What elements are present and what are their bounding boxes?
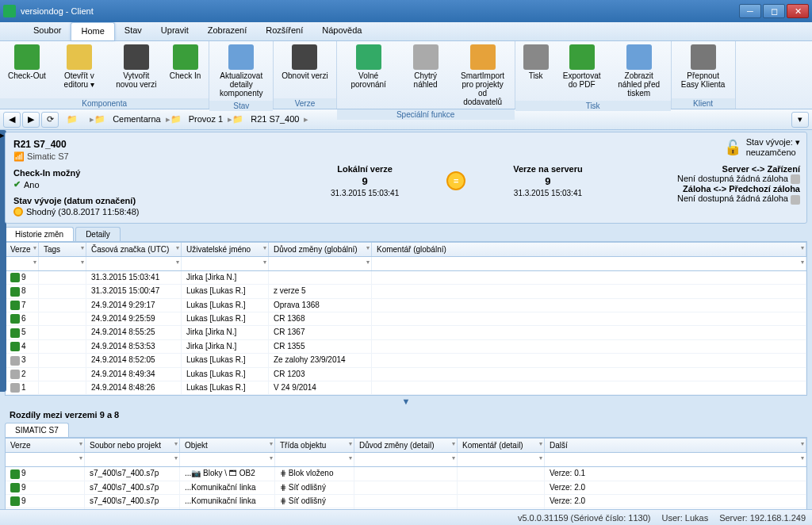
ribbon-smart-import[interactable]: SmartImport pro projekty od dodavatelů	[454, 43, 511, 108]
column-header[interactable]: Další	[545, 439, 806, 452]
column-filter-input[interactable]	[546, 454, 804, 466]
menu-tab-home[interactable]: Home	[71, 22, 114, 40]
disk-icon	[10, 328, 20, 338]
table-row[interactable]: 724.9.2014 9:29:17Lukas [Lukas R.]Oprava…	[6, 299, 806, 312]
component-info-panel: R21 S7_400 📶 Simatic S7 Check-In možný ✔…	[5, 132, 807, 224]
ribbon-print[interactable]: Tisk	[519, 43, 553, 99]
column-header[interactable]: Uživatelské jméno	[182, 243, 269, 256]
info-icon	[791, 174, 800, 184]
column-filter-input[interactable]	[459, 454, 542, 466]
ribbon-export-pdf[interactable]: Exportovat do PDF	[553, 43, 611, 99]
nav-refresh-button[interactable]: ⟳	[41, 112, 59, 128]
disk-icon	[10, 469, 20, 479]
print-preview-icon	[626, 44, 652, 70]
ribbon-restore-version[interactable]: Obnovit verzi	[277, 43, 332, 97]
ribbon-item-label: Volné porovnání	[345, 71, 393, 89]
column-filter-input[interactable]	[7, 258, 36, 270]
titlebar: versiondog - Client ─ ◻ ✕	[0, 0, 812, 22]
table-row[interactable]: 9s7_400\s7_400.s7p...Komunikační linka⋕ …	[6, 481, 806, 495]
folder-icon: 📁	[94, 114, 108, 124]
column-filter-input[interactable]	[373, 258, 804, 270]
ribbon-item-label: Chytrý náhled	[402, 71, 450, 89]
ribbon-item-label: Zobrazit náhled před tiskem	[615, 71, 663, 98]
column-header[interactable]: Důvod změny (globální)	[269, 243, 372, 256]
column-header[interactable]: Třída objektu	[275, 439, 354, 452]
column-header[interactable]: Důvod změny (detail)	[354, 439, 458, 452]
column-filter-input[interactable]	[86, 454, 178, 466]
breadcrumb-item[interactable]	[80, 114, 90, 124]
disk-icon	[10, 301, 20, 310]
devstate-value: Shodný (30.8.2017 11:58:48)	[13, 207, 799, 217]
column-filter-input[interactable]	[356, 454, 455, 466]
lock-dropdown[interactable]: ▾	[795, 137, 800, 147]
nav-dropdown-button[interactable]: ▾	[791, 112, 809, 128]
table-row[interactable]: 324.9.2014 8:52:05Lukas [Lukas R.]Ze zal…	[6, 354, 806, 367]
ribbon-smart-preview[interactable]: Chytrý náhled	[397, 43, 454, 108]
column-header[interactable]: Verze	[6, 243, 39, 256]
column-header[interactable]: Verze	[6, 439, 85, 452]
column-header[interactable]: Objekt	[180, 439, 275, 452]
table-row[interactable]: 9s7_400\s7_400.s7p...📷 Bloky \ 🗔 OB2⋕ Bl…	[6, 467, 806, 481]
menu-tab-rozšíření[interactable]: Rozšíření	[256, 22, 312, 40]
maximize-button[interactable]: ◻	[763, 4, 785, 18]
print-icon	[523, 44, 549, 70]
menu-tab-soubor[interactable]: Soubor	[24, 22, 71, 40]
column-header[interactable]: Tags	[39, 243, 86, 256]
nav-back-button[interactable]: ◀	[3, 112, 21, 128]
table-row[interactable]: 9s7_400\s7_400.s7p...Komunikační linka⋕ …	[6, 495, 806, 508]
disk-icon	[10, 314, 20, 324]
ribbon-check-in[interactable]: Check In	[165, 43, 205, 97]
smart-preview-icon	[413, 44, 439, 70]
table-row[interactable]: 124.9.2014 8:48:26Lukas [Lukas R.]V 24 9…	[6, 381, 806, 395]
menu-tab-zobrazení[interactable]: Zobrazení	[198, 22, 257, 40]
column-filter-input[interactable]	[7, 454, 82, 466]
table-row[interactable]: 424.9.2014 8:53:53Jirka [Jirka N.]CR 135…	[6, 340, 806, 354]
ribbon-item-label: Přepnout Easy Klienta	[680, 71, 727, 89]
column-filter-input[interactable]	[183, 258, 266, 270]
backup-info: Server <-> Zařízení Není dostupná žádná …	[677, 164, 800, 205]
ribbon-update-details[interactable]: Aktualizovat detaily komponenty	[213, 43, 270, 99]
ribbon-print-preview[interactable]: Zobrazit náhled před tiskem	[611, 43, 668, 99]
ribbon-create-version[interactable]: Vytvořit novou verzi	[108, 43, 165, 97]
nav-forward-button[interactable]: ▶	[22, 112, 40, 128]
table-row[interactable]: 624.9.2014 9:25:59Lukas [Lukas R.]CR 136…	[6, 312, 806, 326]
disk-icon	[10, 273, 20, 282]
column-header[interactable]: Komentář (detail)	[458, 439, 545, 452]
breadcrumb-item[interactable]: Provoz 1	[184, 114, 228, 124]
history-tabstrip: Historie změnDetaily	[5, 227, 807, 242]
ribbon-item-label: Tisk	[529, 71, 543, 80]
breadcrumb-item[interactable]: R21 S7_400	[246, 114, 304, 124]
breadcrumb-item[interactable]: Cementarna	[108, 114, 166, 124]
table-row[interactable]: 524.9.2014 8:55:25Jirka [Jirka N.]CR 136…	[6, 326, 806, 339]
disk-icon	[10, 342, 20, 351]
menu-tab-upravit[interactable]: Upravit	[151, 22, 198, 40]
column-filter-input[interactable]	[88, 258, 179, 270]
tab-historie-změn[interactable]: Historie změn	[5, 227, 74, 241]
tab-simatic-s7[interactable]: SIMATIC S7	[5, 423, 69, 437]
menu-tab-stav[interactable]: Stav	[115, 22, 151, 40]
check-out-icon	[14, 44, 40, 70]
column-filter-input[interactable]	[40, 258, 84, 270]
splitter[interactable]: ▼	[5, 396, 807, 407]
disk-icon	[10, 383, 20, 393]
table-row[interactable]: 931.3.2015 15:03:41Jirka [Jirka N.]	[6, 271, 806, 285]
ribbon-check-out[interactable]: Check-Out	[3, 43, 51, 97]
ribbon-open-editor[interactable]: Otevřít v editoru ▾	[51, 43, 108, 97]
column-filter-input[interactable]	[270, 258, 370, 270]
close-button[interactable]: ✕	[787, 4, 809, 18]
ribbon-free-compare[interactable]: Volné porovnání	[340, 43, 397, 108]
column-header[interactable]: Komentář (globální)	[372, 243, 806, 256]
column-filter-input[interactable]	[277, 454, 352, 466]
column-header[interactable]: Soubor nebo projekt	[85, 439, 180, 452]
tab-detaily[interactable]: Detaily	[75, 227, 121, 241]
column-header[interactable]: Časová značka (UTC)	[86, 243, 182, 256]
column-filter-input[interactable]	[182, 454, 273, 466]
component-name: R21 S7_400	[13, 139, 799, 150]
table-row[interactable]: 224.9.2014 8:49:34Lukas [Lukas R.]CR 120…	[6, 368, 806, 381]
equal-icon: =	[446, 171, 465, 190]
disk-icon	[10, 370, 20, 379]
ribbon-switch-easy[interactable]: Přepnout Easy Klienta	[675, 43, 732, 97]
table-row[interactable]: 831.3.2015 15:00:47Lukas [Lukas R.]z ver…	[6, 285, 806, 298]
menu-tab-nápověda[interactable]: Nápověda	[312, 22, 371, 40]
minimize-button[interactable]: ─	[739, 4, 761, 18]
